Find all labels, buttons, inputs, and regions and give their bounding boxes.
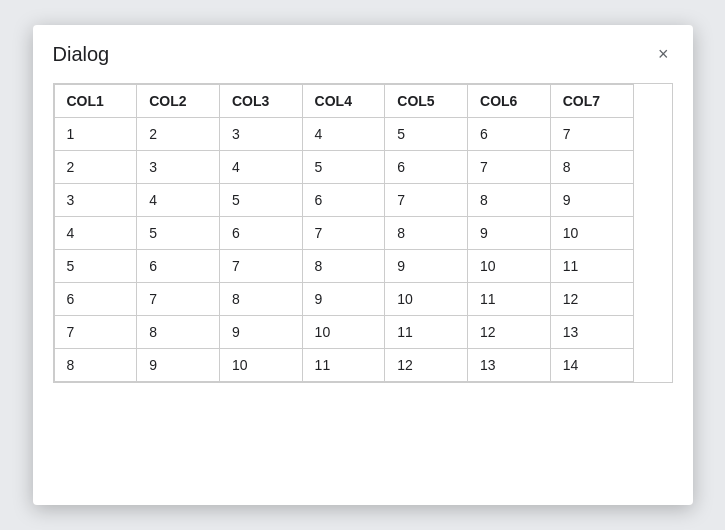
- table-cell: 10: [550, 217, 633, 250]
- table-row: 6789101112: [54, 283, 633, 316]
- table-cell: 5: [137, 217, 220, 250]
- dialog-title: Dialog: [53, 43, 110, 66]
- table-cell: 7: [137, 283, 220, 316]
- table-scroll-container[interactable]: COL1COL2COL3COL4COL5COL6COL7 12345672345…: [53, 83, 673, 383]
- table-body: 1234567234567834567894567891056789101167…: [54, 118, 633, 382]
- table-row: 567891011: [54, 250, 633, 283]
- header-row: COL1COL2COL3COL4COL5COL6COL7: [54, 85, 633, 118]
- column-header: COL4: [302, 85, 385, 118]
- table-cell: 11: [550, 250, 633, 283]
- column-header: COL2: [137, 85, 220, 118]
- table-row: 2345678: [54, 151, 633, 184]
- table-cell: 8: [550, 151, 633, 184]
- table-cell: 13: [468, 349, 551, 382]
- table-cell: 3: [54, 184, 137, 217]
- column-header: COL1: [54, 85, 137, 118]
- table-cell: 6: [54, 283, 137, 316]
- table-cell: 4: [219, 151, 302, 184]
- table-cell: 8: [54, 349, 137, 382]
- table-row: 78910111213: [54, 316, 633, 349]
- table-cell: 8: [468, 184, 551, 217]
- table-row: 45678910: [54, 217, 633, 250]
- table-cell: 9: [385, 250, 468, 283]
- table-cell: 12: [550, 283, 633, 316]
- table-cell: 9: [219, 316, 302, 349]
- table-cell: 8: [302, 250, 385, 283]
- overlay: Dialog × COL1COL2COL3COL4COL5COL6COL7 12…: [0, 0, 725, 530]
- table-cell: 9: [468, 217, 551, 250]
- column-header: COL7: [550, 85, 633, 118]
- table-cell: 12: [468, 316, 551, 349]
- table-row: 1234567: [54, 118, 633, 151]
- table-cell: 6: [137, 250, 220, 283]
- data-table: COL1COL2COL3COL4COL5COL6COL7 12345672345…: [54, 84, 634, 382]
- table-cell: 9: [302, 283, 385, 316]
- table-cell: 7: [550, 118, 633, 151]
- table-cell: 13: [550, 316, 633, 349]
- table-cell: 8: [219, 283, 302, 316]
- table-cell: 7: [54, 316, 137, 349]
- table-cell: 14: [550, 349, 633, 382]
- column-header: COL5: [385, 85, 468, 118]
- table-cell: 5: [219, 184, 302, 217]
- table-cell: 11: [468, 283, 551, 316]
- table-cell: 6: [468, 118, 551, 151]
- table-cell: 9: [137, 349, 220, 382]
- table-row: 891011121314: [54, 349, 633, 382]
- table-cell: 8: [385, 217, 468, 250]
- table-cell: 6: [385, 151, 468, 184]
- column-header: COL3: [219, 85, 302, 118]
- table-cell: 11: [385, 316, 468, 349]
- table-cell: 12: [385, 349, 468, 382]
- close-button[interactable]: ×: [654, 41, 673, 67]
- table-cell: 3: [219, 118, 302, 151]
- table-cell: 3: [137, 151, 220, 184]
- table-cell: 5: [385, 118, 468, 151]
- table-cell: 7: [219, 250, 302, 283]
- table-cell: 7: [385, 184, 468, 217]
- table-cell: 4: [302, 118, 385, 151]
- table-cell: 10: [302, 316, 385, 349]
- table-cell: 1: [54, 118, 137, 151]
- table-cell: 4: [54, 217, 137, 250]
- table-head: COL1COL2COL3COL4COL5COL6COL7: [54, 85, 633, 118]
- table-cell: 9: [550, 184, 633, 217]
- table-cell: 7: [302, 217, 385, 250]
- table-cell: 10: [385, 283, 468, 316]
- table-cell: 11: [302, 349, 385, 382]
- table-cell: 2: [54, 151, 137, 184]
- table-cell: 2: [137, 118, 220, 151]
- dialog: Dialog × COL1COL2COL3COL4COL5COL6COL7 12…: [33, 25, 693, 505]
- column-header: COL6: [468, 85, 551, 118]
- table-row: 3456789: [54, 184, 633, 217]
- table-cell: 5: [54, 250, 137, 283]
- table-cell: 8: [137, 316, 220, 349]
- table-cell: 6: [302, 184, 385, 217]
- table-cell: 10: [468, 250, 551, 283]
- dialog-header: Dialog ×: [53, 41, 673, 67]
- table-cell: 6: [219, 217, 302, 250]
- table-cell: 5: [302, 151, 385, 184]
- table-cell: 7: [468, 151, 551, 184]
- table-cell: 4: [137, 184, 220, 217]
- table-cell: 10: [219, 349, 302, 382]
